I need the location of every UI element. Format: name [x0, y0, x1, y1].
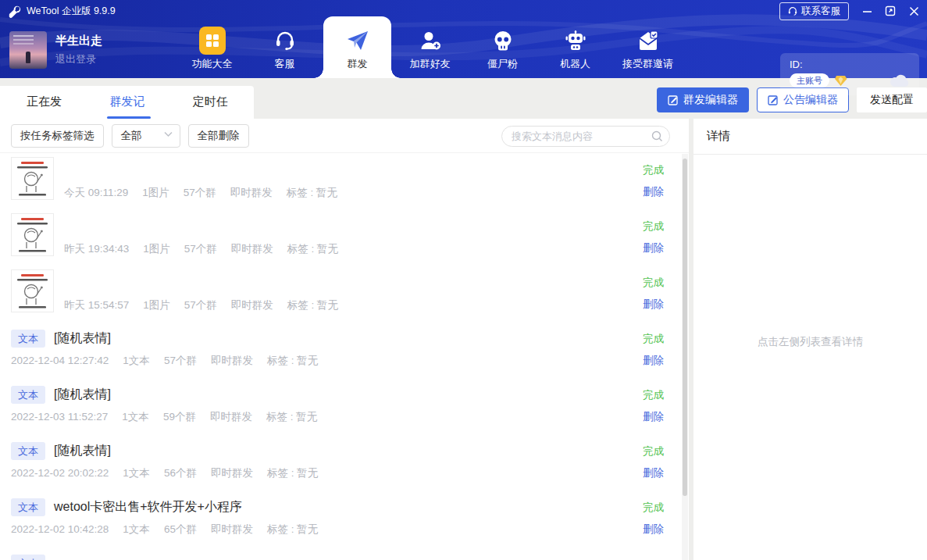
record-meta-item: 即时群发	[230, 187, 273, 198]
maximize-button[interactable]	[885, 5, 896, 16]
main-nav: 半生出走 退出登录 功能大全 客服 群	[0, 22, 927, 78]
chevron-down-icon	[164, 131, 173, 137]
nav-item-zombie-fans[interactable]: 僵尸粉	[466, 22, 539, 78]
tab-sending[interactable]: 正在发送	[16, 86, 77, 119]
record-meta-item: 标签 : 暂无	[266, 411, 317, 423]
record-meta: 2022-12-04 12:27:421文本57个群即时群发标签 : 暂无	[11, 353, 332, 368]
nav-item-add-group-friends[interactable]: 加群好友	[394, 22, 466, 78]
nav-item-accept-group-invite[interactable]: 接受群邀请	[611, 22, 684, 78]
meme-image	[12, 270, 53, 312]
delete-all-button[interactable]: 全部删除	[188, 124, 249, 148]
delete-record-link[interactable]: 删除	[643, 354, 664, 368]
record-meta-item: 标签 : 暂无	[267, 355, 318, 366]
delete-record-link[interactable]: 删除	[643, 298, 664, 312]
delete-record-link[interactable]: 删除	[643, 466, 664, 480]
grid-icon	[199, 27, 226, 55]
record-title: [随机表情]	[54, 387, 111, 403]
title-bar: WeTool 企业版 9.9.9 联系客服	[0, 0, 927, 22]
content-area: 正在发送 群发记录 定时任务 群发编辑器 公告编辑器 发送配置 按任务标签筛选 …	[0, 78, 927, 560]
person-add-icon	[419, 27, 442, 55]
nav-item-mass-send[interactable]: 群发	[321, 22, 394, 78]
record-meta-item: 即时群发	[231, 243, 273, 255]
edit-icon	[668, 95, 679, 105]
detail-panel-title: 详情	[693, 119, 927, 155]
mass-send-editor-button[interactable]: 群发编辑器	[657, 87, 749, 112]
record-row[interactable]: 文本wetool卡密出售+软件开发+小程序2022-12-02 10:42:28…	[0, 490, 689, 547]
delete-record-link[interactable]: 删除	[643, 410, 664, 424]
nav-label: 群发	[348, 57, 368, 71]
status-done-label: 完成	[643, 332, 664, 346]
record-meta-item: 1文本	[123, 523, 150, 535]
record-row[interactable]: 昨天 19:34:431图片57个群即时群发标签 : 暂无完成删除	[0, 209, 689, 266]
record-row[interactable]: 文本[随机表情]2022-12-04 12:27:421文本57个群即时群发标签…	[0, 322, 689, 378]
robot-icon	[564, 27, 587, 55]
record-meta: 今天 09:11:291图片57个群即时群发标签 : 暂无	[64, 185, 351, 200]
vip-diamond-icon	[834, 75, 847, 87]
message-image-thumbnail[interactable]	[11, 269, 54, 312]
status-done-label: 完成	[643, 276, 664, 290]
record-panel: 按任务标签筛选 全部 全部删除 今天 09:11:291图片57个群即时群发标签…	[0, 119, 689, 560]
user-avatar[interactable]	[9, 31, 47, 69]
tab-scheduled-tasks[interactable]: 定时任务	[182, 86, 243, 119]
tag-filter-button[interactable]: 按任务标签筛选	[11, 124, 104, 148]
text-type-badge: 文本	[11, 498, 45, 516]
record-meta-item: 即时群发	[211, 355, 253, 366]
skull-icon	[491, 27, 515, 55]
nav-item-features[interactable]: 功能大全	[176, 22, 248, 78]
search-icon[interactable]	[651, 130, 663, 142]
nav-label: 客服	[275, 57, 295, 71]
record-meta-item: 即时群发	[211, 467, 253, 479]
search-input[interactable]	[501, 126, 670, 147]
record-title: [随机表情]	[54, 330, 111, 347]
record-meta-item: 标签 : 暂无	[267, 523, 318, 535]
record-meta-item: 59个群	[163, 411, 196, 423]
headset-icon	[273, 27, 297, 55]
record-meta: 2022-12-02 20:02:221文本56个群即时群发标签 : 暂无	[11, 465, 332, 480]
record-row[interactable]: 文本[随机表情]2022-12-03 11:52:271文本59个群即时群发标签…	[0, 378, 689, 434]
record-meta-item: 标签 : 暂无	[267, 467, 318, 479]
logout-link[interactable]: 退出登录	[55, 52, 102, 66]
list-scrollbar-track[interactable]	[682, 154, 688, 560]
close-button[interactable]	[908, 5, 919, 16]
minimize-button[interactable]	[861, 5, 872, 16]
nav-item-robot[interactable]: 机器人	[539, 22, 611, 78]
record-actions: 完成删除	[643, 322, 664, 378]
record-actions: 完成删除	[643, 490, 664, 547]
cloud-icon[interactable]	[890, 74, 910, 87]
user-block: 半生出走 退出登录	[0, 31, 176, 69]
record-meta: 2022-12-03 11:52:271文本59个群即时群发标签 : 暂无	[11, 409, 331, 424]
record-meta: 昨天 15:54:571图片57个群即时群发标签 : 暂无	[64, 298, 352, 312]
record-meta-item: 昨天 15:54:57	[64, 299, 129, 311]
delete-record-link[interactable]: 删除	[643, 523, 664, 537]
tag-filter-select[interactable]: 全部	[112, 124, 180, 148]
paper-plane-icon	[345, 27, 370, 55]
record-row[interactable]: 昨天 15:54:571图片57个群即时群发标签 : 暂无完成删除	[0, 266, 689, 322]
record-meta-item: 2022-12-02 20:02:22	[11, 467, 109, 479]
record-meta-item: 1文本	[122, 411, 149, 423]
record-meta-item: 56个群	[164, 467, 197, 479]
tab-send-history[interactable]: 群发记录	[98, 86, 159, 119]
message-image-thumbnail[interactable]	[11, 213, 54, 256]
record-row[interactable]: 文本[随机表情]2022-12-02 20:02:221文本56个群即时群发标签…	[0, 434, 689, 490]
mass-send-editor-label: 群发编辑器	[683, 93, 738, 107]
status-done-label: 完成	[643, 219, 664, 234]
envelope-check-icon	[636, 27, 660, 55]
record-row[interactable]: 文本	[0, 547, 689, 560]
contact-support-button[interactable]: 联系客服	[779, 2, 849, 20]
status-done-label: 完成	[643, 163, 664, 177]
record-meta-item: 57个群	[164, 355, 197, 366]
delete-record-link[interactable]: 删除	[643, 185, 664, 199]
tab-strip: 正在发送 群发记录 定时任务	[0, 86, 254, 119]
tag-filter-selected-value: 全部	[121, 130, 142, 141]
record-actions: 完成删除	[643, 434, 664, 490]
delete-record-link[interactable]: 删除	[643, 241, 664, 255]
list-scrollbar-thumb[interactable]	[683, 159, 687, 496]
search-box	[501, 126, 670, 147]
message-image-thumbnail[interactable]	[11, 157, 54, 200]
record-meta-item: 今天 09:11:29	[64, 187, 128, 198]
record-meta-item: 1文本	[123, 355, 150, 366]
primary-account-badge: 主账号	[790, 73, 829, 87]
nav-item-customer-service[interactable]: 客服	[248, 22, 321, 78]
record-row[interactable]: 今天 09:11:291图片57个群即时群发标签 : 暂无完成删除	[0, 153, 689, 209]
detail-panel: 详情 点击左侧列表查看详情	[693, 119, 927, 560]
